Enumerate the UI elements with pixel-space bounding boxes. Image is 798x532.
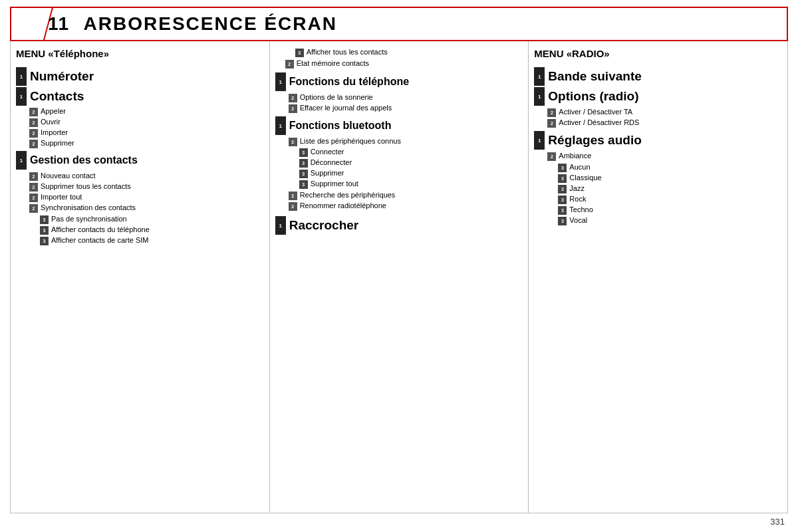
list-item: 3 Vocal <box>558 216 782 225</box>
item-label: Numéroter <box>30 69 94 84</box>
item-label: Options (radio) <box>548 89 638 104</box>
item-label: Fonctions du téléphone <box>289 76 409 88</box>
level-badge: 2 <box>29 108 38 116</box>
level-badge: 3 <box>299 170 308 178</box>
level-badge: 3 <box>558 164 567 172</box>
level-badge: 1 <box>16 151 27 170</box>
item-label: Raccrocher <box>289 218 359 233</box>
list-item: 2 Renommer radiotéléphone <box>289 201 523 211</box>
item-label: Réglages audio <box>548 133 641 148</box>
list-item: 2 Appeler <box>29 107 264 116</box>
level-badge: 2 <box>289 192 297 200</box>
level-badge: 1 <box>534 87 545 106</box>
level-badge: 2 <box>289 104 297 113</box>
item-label: Fonctions bluetooth <box>289 120 392 132</box>
item-label: Importer tout <box>41 193 82 201</box>
item-label: Déconnecter <box>311 158 352 166</box>
content-area: MENU «Téléphone» 1 Numéroter 1 Contacts … <box>10 41 788 513</box>
level-badge: 2 <box>289 202 297 211</box>
list-item: 3 Afficher contacts de carte SIM <box>40 236 264 245</box>
middle-column: 3 Afficher tous les contacts 2 Etat mémo… <box>270 41 529 513</box>
list-item: 3 Supprimer tout <box>299 180 523 189</box>
level-badge: 2 <box>29 172 38 181</box>
list-item: 3 Pas de synchronisation <box>40 215 264 224</box>
left-column: MENU «Téléphone» 1 Numéroter 1 Contacts … <box>11 41 270 513</box>
level-badge: 2 <box>29 129 38 138</box>
item-label: Renommer radiotéléphone <box>300 201 386 209</box>
list-item: 2 Ambiance <box>547 152 782 161</box>
level-badge: 2 <box>289 94 297 102</box>
item-label: Nouveau contact <box>41 172 96 180</box>
list-item: 2 Activer / Désactiver RDS <box>547 118 782 128</box>
list-item: 3 Afficher tous les contacts <box>295 48 523 57</box>
list-item: 3 Classique <box>558 174 782 183</box>
list-item: 2 Ouvrir <box>29 118 264 127</box>
level-badge: 1 <box>275 216 286 235</box>
level-badge: 1 <box>534 131 545 150</box>
page-number-header: 11 <box>48 13 68 34</box>
list-item: 3 Déconnecter <box>299 158 523 168</box>
right-menu-title: MENU «RADIO» <box>534 48 782 59</box>
list-item: 2 Etat mémoire contacts <box>285 59 523 68</box>
level-badge: 1 <box>534 67 545 86</box>
item-label: Supprimer <box>41 139 74 147</box>
level-badge: 3 <box>295 49 304 57</box>
item-label: Gestion des contacts <box>30 154 138 166</box>
level-badge: 3 <box>558 217 567 225</box>
item-label: Jazz <box>569 184 585 192</box>
level-badge: 2 <box>547 108 556 117</box>
list-item: 1 Fonctions bluetooth <box>275 116 523 135</box>
list-item: 3 Rock <box>558 195 782 204</box>
list-item: 2 Effacer le journal des appels <box>289 104 523 113</box>
level-badge: 2 <box>547 119 556 128</box>
level-badge: 3 <box>558 196 567 204</box>
list-item: 2 Importer <box>29 128 264 138</box>
item-label: Liste des périphériques connus <box>300 137 401 145</box>
level-badge: 2 <box>29 194 38 202</box>
list-item: 1 Gestion des contacts <box>16 151 264 170</box>
item-label: Supprimer tout <box>311 180 358 188</box>
level-badge: 3 <box>558 174 567 183</box>
item-label: Contacts <box>30 89 84 104</box>
item-label: Importer <box>41 128 68 136</box>
list-item: 3 Connecter <box>299 148 523 157</box>
level-badge: 3 <box>40 226 49 235</box>
list-item: 1 Options (radio) <box>534 87 782 106</box>
item-label: Etat mémoire contacts <box>297 59 369 67</box>
list-item: 2 Activer / Désactiver TA <box>547 108 782 117</box>
item-label: Appeler <box>41 107 66 115</box>
list-item: 3 Supprimer <box>299 169 523 178</box>
item-label: Recherche des périphériques <box>300 191 396 199</box>
item-label: Afficher tous les contacts <box>307 48 388 56</box>
right-column: MENU «RADIO» 1 Bande suivante 1 Options … <box>529 41 787 513</box>
list-item: 1 Contacts <box>16 87 264 106</box>
level-badge: 1 <box>16 87 27 106</box>
list-item: 2 Importer tout <box>29 193 264 202</box>
list-item: 3 Aucun <box>558 163 782 172</box>
level-badge: 2 <box>29 140 38 148</box>
list-item: 1 Fonctions du téléphone <box>275 72 523 91</box>
page-wrapper: 11 ARBORESCENCE ÉCRAN MENU «Téléphone» 1… <box>0 7 798 513</box>
level-badge: 3 <box>558 185 567 194</box>
item-label: Supprimer tous les contacts <box>41 182 131 190</box>
level-badge: 2 <box>289 138 297 146</box>
level-badge: 2 <box>547 152 556 161</box>
item-label: Ouvrir <box>41 118 61 126</box>
item-label: Effacer le journal des appels <box>300 104 392 112</box>
page-title: ARBORESCENCE ÉCRAN <box>84 13 337 34</box>
page-header: 11 ARBORESCENCE ÉCRAN <box>10 7 788 41</box>
page-number: 331 <box>770 517 785 527</box>
item-label: Synchronisation des contacts <box>41 203 136 211</box>
list-item: 2 Synchronisation des contacts <box>29 203 264 213</box>
list-item: 1 Bande suivante <box>534 67 782 86</box>
level-badge: 1 <box>275 72 286 91</box>
item-label: Afficher contacts du téléphone <box>51 225 150 233</box>
level-badge: 1 <box>275 116 286 135</box>
list-item: 2 Nouveau contact <box>29 172 264 181</box>
level-badge: 2 <box>29 204 38 213</box>
item-label: Afficher contacts de carte SIM <box>51 236 149 244</box>
item-label: Connecter <box>311 148 344 156</box>
left-menu-title: MENU «Téléphone» <box>16 48 264 59</box>
level-badge: 3 <box>299 159 308 168</box>
list-item: 3 Techno <box>558 205 782 215</box>
